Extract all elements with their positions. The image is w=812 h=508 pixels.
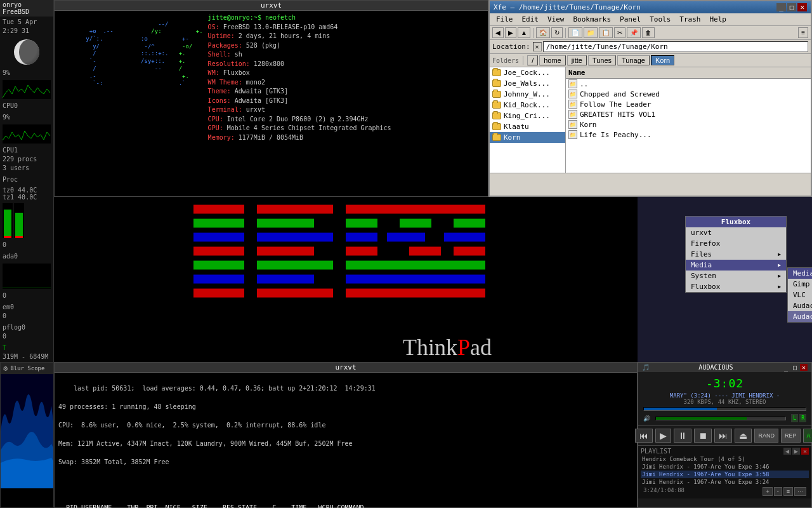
xfe-scrollbar[interactable] <box>490 173 811 182</box>
file-greatest-hits[interactable]: 📁 GREATEST HITS VOL1 <box>566 109 811 119</box>
submenu-item-vlc[interactable]: VLC <box>788 290 812 300</box>
xfe-paste-btn[interactable]: 📌 <box>627 27 641 38</box>
submenu-item-audacious[interactable]: Audacious <box>788 311 812 322</box>
file-follow[interactable]: 📁 Follow The Leader <box>566 99 811 109</box>
svg-rect-34 <box>346 261 485 270</box>
aud-pause-btn[interactable]: ⏸ <box>674 429 691 443</box>
xfe-new-folder-btn[interactable]: 📁 <box>584 27 598 38</box>
aud-pl-prev-btn[interactable]: ◀ <box>783 448 791 455</box>
aud-playlist-item[interactable]: Hendrix Comeback Tour (4 of 5) <box>641 455 809 463</box>
blur-scope-title: Blur Scope <box>10 365 44 371</box>
xfe-minimize-btn[interactable]: _ <box>776 3 786 11</box>
xfe-refresh-btn[interactable]: ↻ <box>551 27 563 38</box>
aud-stop-btn[interactable]: ⏹ <box>694 429 712 443</box>
aud-rep-btn[interactable]: REP <box>781 429 801 443</box>
neofetch-ascii: --/ +o .-- /y: +. y/`:. :o +- y/ -/^ -o/… <box>58 13 203 142</box>
aud-pl-remove-btn[interactable]: - <box>774 487 782 496</box>
aud-pl-next-btn[interactable]: ▶ <box>792 448 800 455</box>
xfe-new-file-btn[interactable]: 📄 <box>568 27 582 38</box>
time: 2:29 31 <box>3 27 51 36</box>
xfe-up-btn[interactable]: ▲ <box>518 27 530 38</box>
aud-close-btn[interactable]: ✕ <box>800 364 808 371</box>
aud-pl-close-btn[interactable]: ✕ <box>801 448 809 455</box>
xfe-menu-tools[interactable]: Tools <box>646 15 674 24</box>
aud-playlist-controls[interactable]: ◀ ▶ ✕ <box>783 448 809 455</box>
aud-track-info: MARY" (3:24) ---- JIMI HENDRIX - <box>641 392 809 399</box>
submenu-item-audacity[interactable]: Audacity <box>788 300 812 311</box>
aud-playlist-item[interactable]: Jimi Hendrix - 1967-Are You Expe 3:46 <box>641 463 809 471</box>
folder-johnny-w[interactable]: Johnny_W... <box>490 89 565 100</box>
xfe-delete-btn[interactable]: 🗑 <box>642 27 655 38</box>
aud-playlist-item[interactable]: Jimi Hendrix - 1967-Are You Expe 3:24 <box>641 478 809 486</box>
folder-joe-cock[interactable]: Joe_Cock... <box>490 67 565 78</box>
xfe-path-input[interactable]: /home/jitte/Tunes/Tunage/Korn <box>543 41 808 52</box>
fluxbox-item-firefox[interactable]: Firefox <box>686 238 786 249</box>
bc-root[interactable]: / <box>527 55 538 65</box>
fluxbox-item-urxvt[interactable]: urxvt <box>686 227 786 238</box>
fluxbox-item-media[interactable]: Media <box>686 260 786 271</box>
aud-prev-btn[interactable]: ⏮ <box>635 429 653 443</box>
xfe-menu-edit[interactable]: Edit <box>518 15 543 24</box>
aud-volume-bar[interactable] <box>655 417 786 420</box>
xfe-menu-help[interactable]: Help <box>705 15 730 24</box>
procs-label: 229 procs <box>3 155 51 164</box>
submenu-item-media[interactable]: Media <box>788 268 812 279</box>
xfe-cut-btn[interactable]: ✂ <box>614 27 625 38</box>
proc-label: Proc <box>3 175 51 184</box>
xfe-location-x[interactable]: ✕ <box>533 42 542 51</box>
fluxbox-menu[interactable]: Fluxbox urxvt Firefox Files Media System… <box>685 216 787 293</box>
folder-king-cri[interactable]: King_Cri... <box>490 110 565 121</box>
aud-playlist-item[interactable]: Jimi Hendrix - 1967-Are You Expe 3:58 <box>641 471 809 478</box>
bc-korn[interactable]: Korn <box>651 55 674 65</box>
fluxbox-item-system[interactable]: System <box>686 271 786 281</box>
ibm-logo-svg <box>187 199 504 326</box>
svg-rect-26 <box>400 219 431 228</box>
folder-kid-rock[interactable]: Kid_Rock... <box>490 100 565 110</box>
xfe-home-btn[interactable]: 🏠 <box>536 27 550 38</box>
xfe-back-btn[interactable]: ◀ <box>492 27 504 38</box>
folder-korn[interactable]: Korn <box>490 132 565 143</box>
aud-next-btn[interactable]: ⏭ <box>714 429 732 443</box>
file-korn[interactable]: 📁 Korn <box>566 119 811 130</box>
fluxbox-item-fluxbox[interactable]: Fluxbox <box>686 281 786 292</box>
file-dotdot[interactable]: 📁 .. <box>566 79 811 89</box>
aud-play-btn[interactable]: ▶ <box>655 429 671 443</box>
submenu-item-gimp[interactable]: Gimp <box>788 279 812 290</box>
aud-pl-sel-btn[interactable]: ≡ <box>783 487 793 496</box>
xfe-menu-bookmarks[interactable]: Bookmarks <box>570 15 615 24</box>
folder-klaatu[interactable]: Klaatu <box>490 121 565 132</box>
xfe-copy-btn[interactable]: 📋 <box>599 27 613 38</box>
ada0-graph <box>0 262 53 290</box>
aud-pl-add-btn[interactable]: + <box>763 487 772 496</box>
aud-eq-btn[interactable]: A <box>803 429 812 443</box>
terminal-bottom-content[interactable]: last pid: 50631; load averages: 0.44, 0.… <box>55 373 637 508</box>
audacious-player[interactable]: 🎵 AUDACIOUS _ □ ✕ -3:02 MARY" (3:24) ---… <box>638 362 812 508</box>
xfe-menu-panel[interactable]: Panel <box>616 15 645 24</box>
aud-rand-btn[interactable]: RAND <box>754 429 778 443</box>
aud-minimize-btn[interactable]: _ <box>782 364 790 371</box>
fluxbox-media-submenu[interactable]: Media Gimp VLC Audacity Audacious <box>787 267 812 323</box>
xfe-view-btn[interactable]: ≡ <box>798 27 808 38</box>
aud-pl-misc-btn[interactable]: ⋯ <box>794 487 806 496</box>
file-life[interactable]: 📁 Life Is Peachy... <box>566 130 811 140</box>
bc-tunage[interactable]: Tunage <box>617 55 650 65</box>
xfe-menu-file[interactable]: File <box>492 15 517 24</box>
terminal-bottom[interactable]: urxvt last pid: 50631; load averages: 0.… <box>54 362 638 508</box>
bc-tunes[interactable]: Tunes <box>588 55 616 65</box>
xfe-menu-view[interactable]: View <box>544 15 568 24</box>
aud-maximize-btn[interactable]: □ <box>791 364 799 371</box>
fluxbox-item-files[interactable]: Files <box>686 249 786 260</box>
bc-jitte[interactable]: jitte <box>567 55 587 65</box>
bc-home[interactable]: home <box>539 55 566 65</box>
file-chopped[interactable]: 📁 Chopped and Screwed <box>566 89 811 99</box>
aud-progress-bar[interactable] <box>643 407 806 411</box>
terminal-top-content[interactable]: --/ +o .-- /y: +. y/`:. :o +- y/ -/^ -o/… <box>55 11 488 194</box>
xfe-forward-btn[interactable]: ▶ <box>505 27 516 38</box>
folder-joe-wals[interactable]: Joe_Wals... <box>490 78 565 89</box>
xfe-close-btn[interactable]: ✕ <box>797 3 807 11</box>
xfe-menu-trash[interactable]: Trash <box>676 15 704 24</box>
top-line5: Swap: 3852M Total, 3852M Free <box>58 458 169 465</box>
xfe-file-manager[interactable]: Xfe — /home/jitte/Tunes/Tunage/Korn _ □ … <box>488 0 812 197</box>
xfe-maximize-btn[interactable]: □ <box>787 3 797 11</box>
aud-eject-btn[interactable]: ⏏ <box>735 429 752 443</box>
